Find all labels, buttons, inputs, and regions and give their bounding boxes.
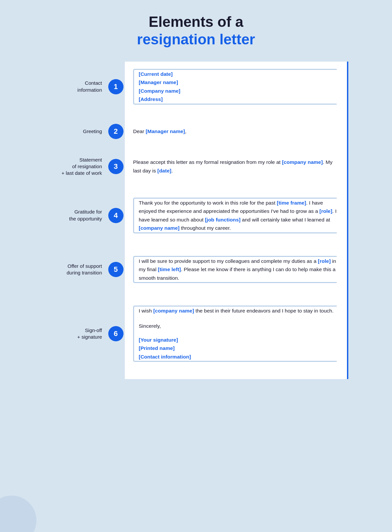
label-gratitude: Gratitude forthe opportunity bbox=[44, 190, 107, 241]
gap-2 bbox=[44, 143, 348, 151]
section-statement: Statementof resignation+ last date of wo… bbox=[44, 151, 348, 182]
section-gratitude: Gratitude forthe opportunity 4 Thank you… bbox=[44, 190, 348, 241]
circle-3-area: 3 bbox=[107, 151, 125, 182]
bracket-signoff: I wish [company name] the best in their … bbox=[133, 306, 337, 362]
bracket-support: I will be sure to provide support to my … bbox=[133, 256, 337, 283]
circle-2: 2 bbox=[108, 124, 123, 139]
label-greeting: Greeting bbox=[44, 120, 107, 143]
gap-4 bbox=[44, 241, 348, 249]
section-support: Offer of supportduring transition 5 I wi… bbox=[44, 249, 348, 291]
section-signoff: Sign-off+ signature 6 I wish [company na… bbox=[44, 298, 348, 369]
section-contact: Contactinformation 1 [Current date][Mana… bbox=[44, 62, 348, 112]
label-contact: Contactinformation bbox=[44, 62, 107, 112]
circle-5: 5 bbox=[108, 262, 123, 277]
gap-5 bbox=[44, 290, 348, 298]
title-line2: resignation letter bbox=[137, 31, 255, 48]
content-statement: Please accept this letter as my formal r… bbox=[125, 151, 348, 182]
content-gratitude: Thank you for the opportunity to work in… bbox=[125, 190, 348, 241]
letter-diagram: Contactinformation 1 [Current date][Mana… bbox=[44, 62, 348, 379]
gap-bottom bbox=[44, 369, 348, 379]
label-support: Offer of supportduring transition bbox=[44, 249, 107, 291]
section-greeting: Greeting 2 Dear [Manager name], bbox=[44, 120, 348, 143]
circle-3: 3 bbox=[108, 159, 123, 174]
circle-5-area: 5 bbox=[107, 249, 125, 291]
gap-3 bbox=[44, 182, 348, 190]
content-greeting: Dear [Manager name], bbox=[125, 120, 348, 143]
content-signoff: I wish [company name] the best in their … bbox=[125, 298, 348, 369]
label-signoff: Sign-off+ signature bbox=[44, 298, 107, 369]
content-contact: [Current date][Manager name][Company nam… bbox=[125, 62, 348, 112]
bracket-contact: [Current date][Manager name][Company nam… bbox=[133, 69, 337, 105]
circle-1-area: 1 bbox=[107, 62, 125, 112]
label-statement: Statementof resignation+ last date of wo… bbox=[44, 151, 107, 182]
circle-2-area: 2 bbox=[107, 120, 125, 143]
circle-1: 1 bbox=[108, 79, 123, 94]
content-support: I will be sure to provide support to my … bbox=[125, 249, 348, 291]
circle-6: 6 bbox=[108, 326, 123, 341]
bracket-gratitude: Thank you for the opportunity to work in… bbox=[133, 198, 337, 233]
decorative-blob bbox=[0, 496, 36, 532]
gap-1 bbox=[44, 112, 348, 120]
page-title: Elements of a resignation letter bbox=[137, 13, 255, 62]
title-line1: Elements of a bbox=[137, 13, 255, 31]
circle-4-area: 4 bbox=[107, 190, 125, 241]
circle-6-area: 6 bbox=[107, 298, 125, 369]
circle-4: 4 bbox=[108, 208, 123, 223]
